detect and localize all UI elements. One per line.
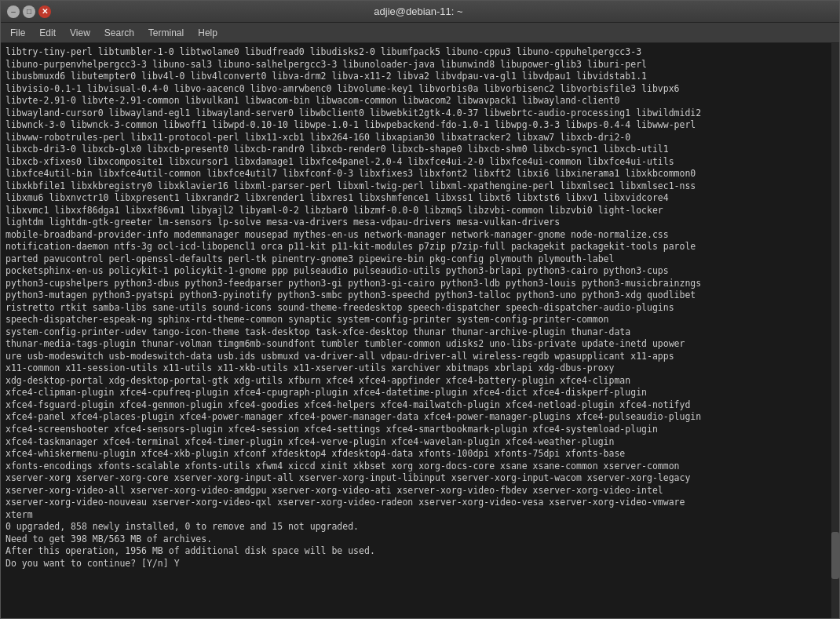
window-controls: – □ ✕	[7, 5, 51, 18]
menu-search[interactable]: Search	[98, 26, 141, 40]
menu-edit[interactable]: Edit	[33, 26, 62, 40]
close-button[interactable]: ✕	[38, 5, 51, 18]
scrollbar[interactable]	[831, 43, 839, 618]
terminal-output: libtry-tiny-perl libtumbler-1-0 libtwola…	[5, 46, 835, 570]
maximize-button[interactable]: □	[23, 5, 35, 18]
terminal-body[interactable]: libtry-tiny-perl libtumbler-1-0 libtwola…	[1, 43, 839, 618]
menubar: File Edit View Search Terminal Help	[1, 23, 839, 43]
minimize-button[interactable]: –	[7, 5, 20, 18]
menu-file[interactable]: File	[4, 26, 31, 40]
menu-help[interactable]: Help	[192, 26, 224, 40]
terminal-window: – □ ✕ adjie@debian-11: ~ File Edit View …	[0, 0, 840, 619]
scrollbar-thumb[interactable]	[831, 532, 839, 579]
menu-terminal[interactable]: Terminal	[142, 26, 190, 40]
window-title: adjie@debian-11: ~	[51, 5, 786, 17]
titlebar: – □ ✕ adjie@debian-11: ~	[1, 1, 839, 23]
menu-view[interactable]: View	[64, 26, 97, 40]
